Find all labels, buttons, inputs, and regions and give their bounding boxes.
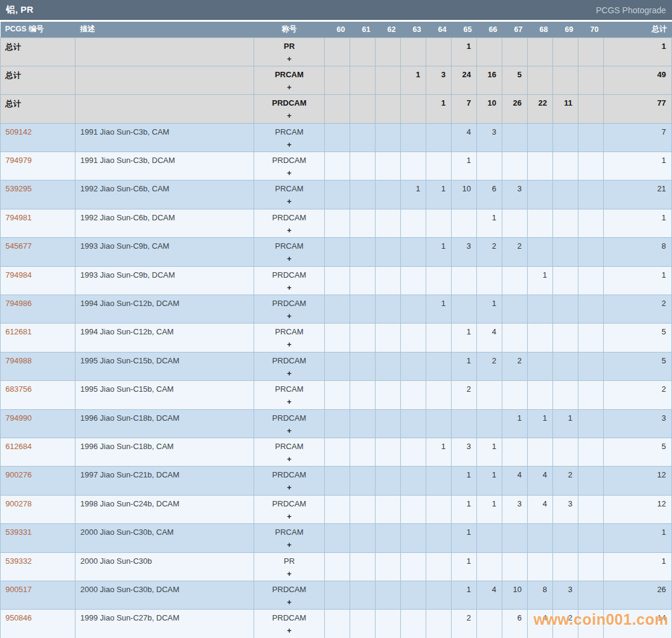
pcgs-number-link[interactable]: 900276 [5,470,31,479]
grade-68-count-cell [528,438,553,466]
pcgs-number-link[interactable]: 794988 [5,356,31,365]
grade-65-count-cell: 2 [452,610,477,638]
designation-cell: PRDCAM+ [254,610,325,638]
grade-64-count-cell [426,123,452,152]
grade-64-count-cell: 1 [426,295,452,324]
grade-69-count-cell: 1 [553,409,578,438]
table-row: 7949901996 Jiao Sun-C18b, DCAMPRDCAM+111… [1,409,672,438]
grade-69-count-cell: 3 [553,495,578,523]
column-header-description: 描述 [75,22,254,37]
pcgs-number-link[interactable]: 794990 [5,413,31,423]
pcgs-number-link[interactable]: 900278 [5,499,31,508]
column-header-pcgs-number: PCGS 编号 [1,22,75,37]
pcgs-number-link[interactable]: 683756 [5,384,31,394]
pcgs-number-link[interactable]: 539332 [5,557,31,566]
pcgs-number-link[interactable]: 950846 [5,613,31,622]
grade-67-count-cell [502,438,528,466]
grade-69-count-cell [553,324,578,352]
grade-69-count-cell [553,209,578,237]
description-cell: 1995 Jiao Sun-C15b, CAM [75,381,254,409]
grade-63-count-cell [401,610,426,638]
grade-61-count-cell [350,467,376,495]
grade-64-count-cell [426,37,452,66]
designation-cell: PRDCAM+ [254,352,325,380]
grade-69-count-cell [553,238,578,266]
row-total-cell: 1 [604,552,672,581]
grade-64-count-cell: 1 [426,95,452,123]
pcgs-number-cell: 900278 [1,495,75,523]
description-cell [75,95,254,123]
grade-63-count-cell [401,438,426,466]
grade-64-count-cell [426,324,452,352]
pcgs-number-link[interactable]: 900517 [5,585,31,594]
grade-63-count-cell [401,381,426,409]
pcgs-number-link[interactable]: 794984 [5,270,31,279]
designation-cell: PRDCAM+ [254,152,325,180]
header-row: PCGS 编号 描述 称号 6061626364656667686970总计 [1,22,672,37]
grade-66-count-cell: 4 [477,581,502,609]
grade-68-count-cell [528,37,553,66]
grade-64-count-cell [426,467,452,495]
grade-65-count-cell: 1 [452,552,477,581]
designation-label: PRCAM [255,127,323,137]
grade-60-count-cell [325,324,350,352]
pcgs-number-link[interactable]: 794986 [5,299,31,308]
grade-67-count-cell: 4 [502,467,528,495]
grade-61-count-cell [350,324,376,352]
pcgs-number-link[interactable]: 794979 [5,156,31,165]
pcgs-number-link[interactable]: 545677 [5,241,31,250]
pcgs-number-cell: 900517 [1,581,75,609]
grade-70-count-cell [578,123,604,152]
pcgs-number-cell: 794979 [1,152,75,180]
designation-label: PRDCAM [255,156,323,165]
grade-62-count-cell [376,467,401,495]
grade-63-count-cell [401,524,426,552]
grade-69-count-cell [553,438,578,466]
pcgs-number-link[interactable]: 539331 [5,528,31,537]
grade-70-count-cell [578,438,604,466]
grade-60-count-cell [325,524,350,552]
grade-64-count-cell [426,409,452,438]
pcgs-number-link[interactable]: 539295 [5,184,31,193]
grade-64-count-cell [426,524,452,552]
row-total-cell: 1 [604,37,672,66]
description-cell: 2000 Jiao Sun-C30b [75,552,254,581]
pcgs-number-link[interactable]: 612684 [5,442,31,451]
title-bar: 铝, PR PCGS Photograde [0,0,672,20]
grade-62-count-cell [376,438,401,466]
grade-69-count-cell [553,37,578,66]
grade-61-count-cell [350,37,376,66]
pcgs-number-link[interactable]: 794981 [5,213,31,222]
description-cell: 1994 Jiao Sun-C12b, CAM [75,324,254,352]
grade-67-count-cell [502,209,528,237]
grade-64-count-cell [426,610,452,638]
summary-row: 总计PR+11 [1,37,672,66]
row-total-label: 总计 [1,37,75,66]
grade-62-count-cell [376,495,401,523]
grade-69-count-cell [553,152,578,180]
grade-67-count-cell [502,295,528,324]
grade-67-count-cell: 2 [502,238,528,266]
designation-label: PRCAM [255,384,323,394]
designation-label: PRDCAM [255,356,323,366]
grade-65-count-cell: 10 [452,180,477,209]
table-row: 7949791991 Jiao Sun-C3b, DCAMPRDCAM+11 [1,152,672,180]
grade-62-count-cell [376,266,401,295]
description-cell: 1991 Jiao Sun-C3b, DCAM [75,152,254,180]
pcgs-number-link[interactable]: 509142 [5,127,31,136]
grade-64-count-cell [426,495,452,523]
grade-61-count-cell [350,66,376,94]
grade-69-count-cell [553,123,578,152]
grade-69-count-cell [553,381,578,409]
grade-61-count-cell [350,266,376,295]
grade-67-count-cell [502,37,528,66]
grade-60-count-cell [325,95,350,123]
pcgs-number-cell: 950846 [1,610,75,638]
plus-designation-label: + [255,54,323,64]
column-header-grade-62: 62 [376,22,401,37]
grade-68-count-cell [528,123,553,152]
row-total-cell: 49 [604,66,672,94]
grade-65-count-cell: 1 [452,152,477,180]
pcgs-number-link[interactable]: 612681 [5,327,31,336]
grade-65-count-cell [452,409,477,438]
